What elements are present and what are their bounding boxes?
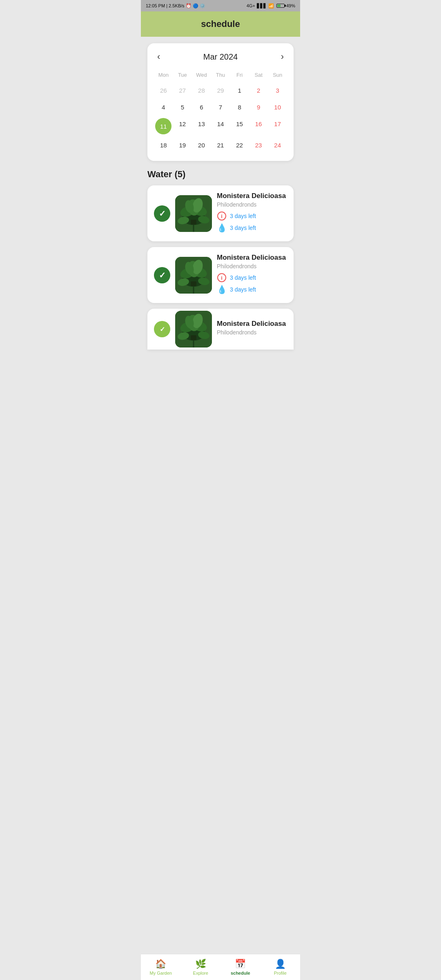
calendar-day-5[interactable]: 5 [173,100,192,115]
calendar-day-today[interactable]: 11 [154,116,173,136]
calendar-day-1[interactable]: 1 [230,83,249,98]
svg-rect-32 [191,335,196,340]
svg-rect-10 [191,220,196,225]
status-time-speed: 12:05 PM | 2.5KB/s ⏰ 🔵 ⚙️ [146,3,205,9]
plant-card-1[interactable]: ✓ Monistera Delicioasa Philodendronds i [147,185,294,241]
plant-water-stat-2: 💧 3 days left [217,285,287,294]
calendar-day-23[interactable]: 23 [249,138,268,153]
info-icon-2: i [217,273,227,283]
plant-info-1: Monistera Delicioasa Philodendronds i 3 … [217,192,287,235]
calendar-month-year: Mar 2024 [203,52,238,62]
plant-card-2[interactable]: ✓ Monistera Delicioasa Philodendronds i [147,247,294,303]
header: schedule [141,11,300,37]
plant-check-circle-2[interactable]: ✓ [154,267,170,283]
dow-sat: Sat [249,70,268,80]
plant-image-1 [175,195,212,232]
calendar-day-15[interactable]: 15 [230,116,249,136]
calendar-day-prev-26: 26 [154,83,173,98]
status-right: 4G+ ▋▋▋ 📶 49% [247,3,295,9]
dow-fri: Fri [230,70,249,80]
plant-info: Monistera Delicioasa Philodendronds [217,320,287,339]
calendar-next-button[interactable]: › [278,51,287,62]
plant-check-circle[interactable]: ✓ [154,321,170,337]
dow-tue: Tue [173,70,192,80]
calendar-day-14[interactable]: 14 [211,116,230,136]
battery-icon [276,4,285,8]
fertilize-days-2: 3 days left [230,274,256,281]
plant-fertilize-stat-2: i 3 days left [217,273,287,283]
calendar-day-3[interactable]: 3 [268,83,287,98]
calendar-day-8[interactable]: 8 [230,100,249,115]
calendar-day-10[interactable]: 10 [268,100,287,115]
plant-name: Monistera Delicioasa [217,320,287,328]
check-icon: ✓ [160,325,165,333]
water-drop-icon-2: 💧 [217,285,227,294]
calendar-day-22[interactable]: 22 [230,138,249,153]
calendar-days-grid: 2627282912345678910111213141516171819202… [154,83,287,153]
calendar-card: ‹ Mar 2024 › Mon Tue Wed Thu Fri Sat Sun… [147,43,294,161]
battery-percent: 49% [286,3,295,8]
calendar-day-13[interactable]: 13 [192,116,211,136]
dow-wed: Wed [192,70,211,80]
calendar-day-24[interactable]: 24 [268,138,287,153]
svg-rect-21 [191,281,196,286]
header-title: schedule [201,19,240,29]
calendar-day-6[interactable]: 6 [192,100,211,115]
check-icon-1: ✓ [159,209,166,218]
calendar-day-16[interactable]: 16 [249,116,268,136]
status-speed: 2.5KB/s [169,3,185,8]
dow-sun: Sun [268,70,287,80]
calendar-prev-button[interactable]: ‹ [154,51,163,62]
calendar-day-17[interactable]: 17 [268,116,287,136]
calendar-days-of-week: Mon Tue Wed Thu Fri Sat Sun [154,70,287,80]
calendar-day-prev-28: 28 [192,83,211,98]
calendar-day-21[interactable]: 21 [211,138,230,153]
plant-name-1: Monistera Delicioasa [217,192,287,200]
water-days-2: 3 days left [230,286,256,293]
dow-thu: Thu [211,70,230,80]
water-section-title: Water (5) [147,169,294,180]
plant-info-2: Monistera Delicioasa Philodendronds i 3 … [217,254,287,296]
water-drop-icon-1: 💧 [217,223,227,233]
main-content: ‹ Mar 2024 › Mon Tue Wed Thu Fri Sat Sun… [141,37,300,382]
plant-check-circle-1[interactable]: ✓ [154,205,170,222]
calendar-day-20[interactable]: 20 [192,138,211,153]
plant-image-2 [175,257,212,294]
water-days-1: 3 days left [230,225,256,231]
calendar-day-prev-27: 27 [173,83,192,98]
plant-type: Philodendronds [217,329,287,336]
wifi-icon: 📶 [268,3,274,9]
calendar-header: ‹ Mar 2024 › [154,51,287,62]
signal-icon: ▋▋▋ [257,3,267,9]
fertilize-days-1: 3 days left [230,213,256,219]
status-bar: 12:05 PM | 2.5KB/s ⏰ 🔵 ⚙️ 4G+ ▋▋▋ 📶 49% [141,0,300,11]
plant-name-2: Monistera Delicioasa [217,254,287,262]
plant-type-2: Philodendronds [217,263,287,270]
calendar-day-7[interactable]: 7 [211,100,230,115]
calendar-day-2[interactable]: 2 [249,83,268,98]
plant-list: ✓ Monistera Delicioasa Philodendronds i [147,185,294,350]
calendar-day-19[interactable]: 19 [173,138,192,153]
plant-fertilize-stat-1: i 3 days left [217,211,287,221]
calendar-day-4[interactable]: 4 [154,100,173,115]
calendar-day-prev-29: 29 [211,83,230,98]
plant-image [175,311,212,347]
check-icon-2: ✓ [159,270,166,280]
calendar-day-12[interactable]: 12 [173,116,192,136]
plant-type-1: Philodendronds [217,201,287,208]
network-icon: 4G+ [247,3,255,8]
calendar-day-9[interactable]: 9 [249,100,268,115]
calendar-day-18[interactable]: 18 [154,138,173,153]
calendar-grid: Mon Tue Wed Thu Fri Sat Sun 262728291234… [154,70,287,153]
plant-water-stat-1: 💧 3 days left [217,223,287,233]
status-time: 12:05 PM [146,3,165,8]
plant-card-partial[interactable]: ✓ Monistera Delicioasa Philodendronds [147,309,294,350]
info-icon-1: i [217,211,227,221]
dow-mon: Mon [154,70,173,80]
